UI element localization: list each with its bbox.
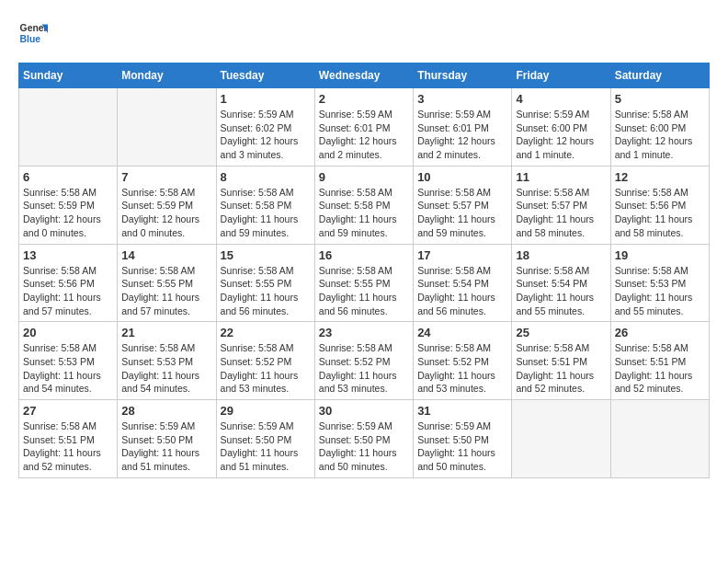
day-info: Sunrise: 5:58 AMSunset: 5:59 PMDaylight:… [23,186,113,240]
day-info: Sunrise: 5:58 AMSunset: 5:53 PMDaylight:… [615,264,705,318]
day-number: 29 [221,404,311,418]
calendar-cell: 4Sunrise: 5:59 AMSunset: 6:00 PMDaylight… [512,88,610,167]
calendar-cell: 10Sunrise: 5:58 AMSunset: 5:57 PMDayligh… [414,166,512,244]
calendar-cell: 26Sunrise: 5:58 AMSunset: 5:51 PMDayligh… [610,322,709,400]
calendar-cell: 16Sunrise: 5:58 AMSunset: 5:55 PMDayligh… [314,244,413,322]
day-number: 16 [319,248,409,262]
logo: General Blue [18,18,48,48]
day-info: Sunrise: 5:58 AMSunset: 5:55 PMDaylight:… [221,264,311,318]
day-info: Sunrise: 5:58 AMSunset: 5:57 PMDaylight:… [417,186,507,240]
calendar-week-1: 1Sunrise: 5:59 AMSunset: 6:02 PMDaylight… [19,88,710,167]
day-number: 25 [516,326,606,339]
day-number: 3 [417,92,507,106]
calendar-cell [512,400,610,478]
day-number: 9 [319,170,409,184]
day-info: Sunrise: 5:58 AMSunset: 5:53 PMDaylight:… [23,341,113,396]
day-number: 15 [221,248,311,262]
calendar-cell: 24Sunrise: 5:58 AMSunset: 5:52 PMDayligh… [414,322,512,400]
day-number: 31 [417,404,507,418]
day-number: 8 [221,170,311,184]
calendar-cell [19,88,118,167]
day-number: 20 [23,326,113,339]
calendar-cell: 3Sunrise: 5:59 AMSunset: 6:01 PMDaylight… [414,88,512,167]
calendar-cell: 17Sunrise: 5:58 AMSunset: 5:54 PMDayligh… [414,244,512,322]
weekday-header-wednesday: Wednesday [314,63,413,88]
day-info: Sunrise: 5:59 AMSunset: 5:50 PMDaylight:… [121,419,211,474]
day-info: Sunrise: 5:59 AMSunset: 6:01 PMDaylight:… [319,108,409,162]
calendar-header-row: SundayMondayTuesdayWednesdayThursdayFrid… [19,63,710,88]
day-number: 17 [417,248,507,262]
day-info: Sunrise: 5:59 AMSunset: 5:50 PMDaylight:… [319,419,409,474]
day-number: 21 [121,326,211,339]
calendar-cell: 1Sunrise: 5:59 AMSunset: 6:02 PMDaylight… [216,88,314,167]
calendar-cell: 13Sunrise: 5:58 AMSunset: 5:56 PMDayligh… [19,244,118,322]
day-info: Sunrise: 5:58 AMSunset: 5:55 PMDaylight:… [319,264,409,318]
calendar-cell: 5Sunrise: 5:58 AMSunset: 6:00 PMDaylight… [610,88,709,167]
calendar-cell: 14Sunrise: 5:58 AMSunset: 5:55 PMDayligh… [118,244,216,322]
calendar-cell: 30Sunrise: 5:59 AMSunset: 5:50 PMDayligh… [314,400,413,478]
day-number: 22 [221,326,311,339]
calendar-cell: 9Sunrise: 5:58 AMSunset: 5:58 PMDaylight… [314,166,413,244]
day-number: 2 [319,92,409,106]
day-info: Sunrise: 5:58 AMSunset: 5:56 PMDaylight:… [23,264,113,318]
weekday-header-saturday: Saturday [610,63,709,88]
calendar-cell [610,400,709,478]
calendar-cell: 18Sunrise: 5:58 AMSunset: 5:54 PMDayligh… [512,244,610,322]
calendar-cell [118,88,216,167]
calendar-week-3: 13Sunrise: 5:58 AMSunset: 5:56 PMDayligh… [19,244,710,322]
day-info: Sunrise: 5:58 AMSunset: 5:58 PMDaylight:… [221,186,311,240]
day-info: Sunrise: 5:58 AMSunset: 5:55 PMDaylight:… [121,264,211,318]
calendar-cell: 11Sunrise: 5:58 AMSunset: 5:57 PMDayligh… [512,166,610,244]
calendar-cell: 12Sunrise: 5:58 AMSunset: 5:56 PMDayligh… [610,166,709,244]
day-info: Sunrise: 5:58 AMSunset: 5:58 PMDaylight:… [319,186,409,240]
day-number: 12 [615,170,705,184]
day-info: Sunrise: 5:58 AMSunset: 5:52 PMDaylight:… [221,341,311,396]
day-info: Sunrise: 5:59 AMSunset: 5:50 PMDaylight:… [417,419,507,474]
day-info: Sunrise: 5:59 AMSunset: 6:02 PMDaylight:… [221,108,311,162]
day-number: 4 [516,92,606,106]
day-number: 6 [23,170,113,184]
weekday-header-monday: Monday [118,63,216,88]
calendar-cell: 15Sunrise: 5:58 AMSunset: 5:55 PMDayligh… [216,244,314,322]
day-number: 5 [615,92,705,106]
day-number: 27 [23,404,113,418]
day-info: Sunrise: 5:58 AMSunset: 6:00 PMDaylight:… [615,108,705,162]
day-number: 18 [516,248,606,262]
page-header: General Blue [18,18,710,48]
day-number: 14 [121,248,211,262]
calendar-cell: 31Sunrise: 5:59 AMSunset: 5:50 PMDayligh… [414,400,512,478]
day-info: Sunrise: 5:58 AMSunset: 5:52 PMDaylight:… [319,341,409,396]
calendar-cell: 20Sunrise: 5:58 AMSunset: 5:53 PMDayligh… [19,322,118,400]
calendar-cell: 29Sunrise: 5:59 AMSunset: 5:50 PMDayligh… [216,400,314,478]
day-info: Sunrise: 5:58 AMSunset: 5:51 PMDaylight:… [23,419,113,474]
svg-text:Blue: Blue [20,34,41,44]
day-number: 30 [319,404,409,418]
day-number: 7 [121,170,211,184]
day-info: Sunrise: 5:59 AMSunset: 6:00 PMDaylight:… [516,108,606,162]
calendar-table: SundayMondayTuesdayWednesdayThursdayFrid… [18,63,710,478]
day-number: 28 [121,404,211,418]
calendar-cell: 8Sunrise: 5:58 AMSunset: 5:58 PMDaylight… [216,166,314,244]
day-info: Sunrise: 5:58 AMSunset: 5:53 PMDaylight:… [121,341,211,396]
day-info: Sunrise: 5:58 AMSunset: 5:59 PMDaylight:… [121,186,211,240]
day-info: Sunrise: 5:58 AMSunset: 5:51 PMDaylight:… [516,341,606,396]
calendar-cell: 27Sunrise: 5:58 AMSunset: 5:51 PMDayligh… [19,400,118,478]
calendar-cell: 21Sunrise: 5:58 AMSunset: 5:53 PMDayligh… [118,322,216,400]
day-number: 1 [221,92,311,106]
calendar-cell: 25Sunrise: 5:58 AMSunset: 5:51 PMDayligh… [512,322,610,400]
day-info: Sunrise: 5:59 AMSunset: 6:01 PMDaylight:… [417,108,507,162]
day-number: 11 [516,170,606,184]
weekday-header-tuesday: Tuesday [216,63,314,88]
weekday-header-thursday: Thursday [414,63,512,88]
calendar-week-2: 6Sunrise: 5:58 AMSunset: 5:59 PMDaylight… [19,166,710,244]
day-info: Sunrise: 5:59 AMSunset: 5:50 PMDaylight:… [221,419,311,474]
calendar-cell: 22Sunrise: 5:58 AMSunset: 5:52 PMDayligh… [216,322,314,400]
calendar-cell: 28Sunrise: 5:59 AMSunset: 5:50 PMDayligh… [118,400,216,478]
calendar-cell: 7Sunrise: 5:58 AMSunset: 5:59 PMDaylight… [118,166,216,244]
calendar-week-4: 20Sunrise: 5:58 AMSunset: 5:53 PMDayligh… [19,322,710,400]
day-info: Sunrise: 5:58 AMSunset: 5:51 PMDaylight:… [615,341,705,396]
day-info: Sunrise: 5:58 AMSunset: 5:54 PMDaylight:… [417,264,507,318]
day-number: 23 [319,326,409,339]
weekday-header-friday: Friday [512,63,610,88]
day-number: 19 [615,248,705,262]
